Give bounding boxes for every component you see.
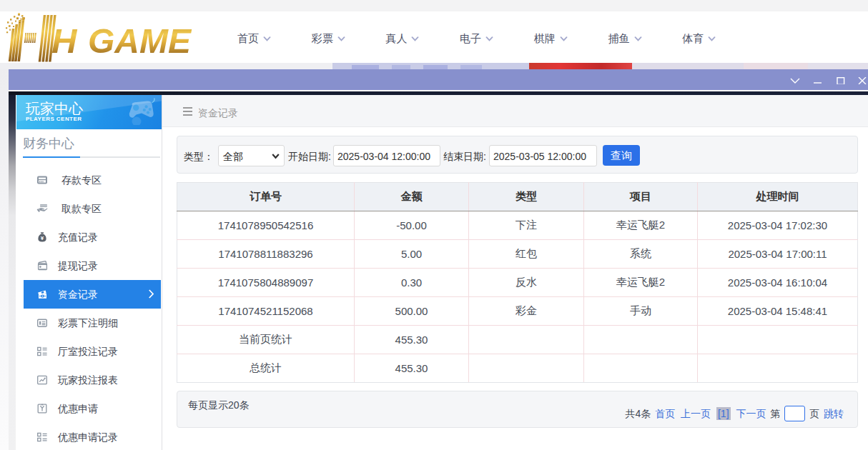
svg-text:¥: ¥: [41, 235, 44, 241]
svg-text:GAME: GAME: [88, 21, 192, 60]
svg-text:H: H: [51, 21, 78, 60]
